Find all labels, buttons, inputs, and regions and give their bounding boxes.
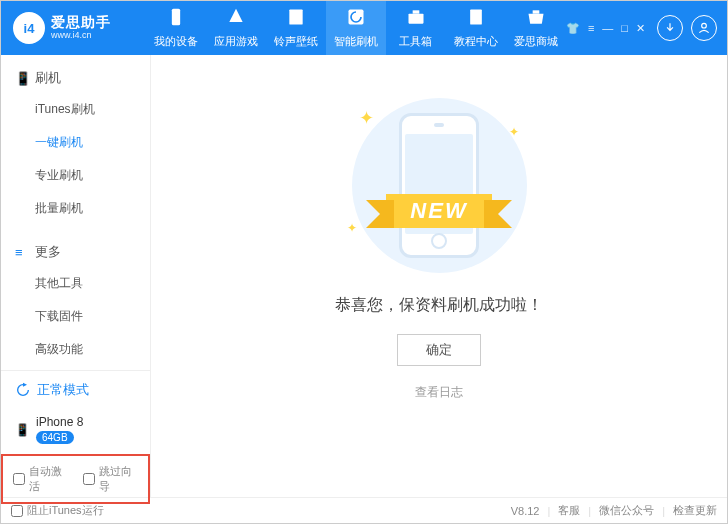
nav-tutorial[interactable]: 教程中心 [446, 1, 506, 55]
status-link-support[interactable]: 客服 [558, 503, 580, 518]
nav-label: 铃声壁纸 [274, 34, 318, 49]
sidebar-header-flash[interactable]: 📱 刷机 [1, 63, 150, 93]
flash-icon [346, 7, 366, 32]
tshirt-icon[interactable]: 👕 [566, 22, 580, 35]
svg-rect-1 [289, 10, 302, 25]
device-icon [166, 7, 186, 32]
phone-icon: 📱 [15, 71, 29, 86]
menu-icon[interactable]: ≡ [588, 22, 594, 35]
phone-icon: 📱 [15, 423, 30, 437]
logo-area: i4 爱思助手 www.i4.cn [1, 12, 146, 44]
sidebar: 📱 刷机 iTunes刷机 一键刷机 专业刷机 批量刷机 ≡ 更多 其他工具 下… [1, 55, 151, 497]
nav-label: 应用游戏 [214, 34, 258, 49]
svg-rect-5 [470, 10, 482, 25]
list-icon: ≡ [15, 245, 29, 260]
nav-label: 教程中心 [454, 34, 498, 49]
refresh-icon [15, 382, 31, 398]
success-illustration: ✦ ✦ ✦ NEW [329, 95, 549, 275]
status-link-update[interactable]: 检查更新 [673, 503, 717, 518]
checkbox-skip-guide[interactable]: 跳过向导 [83, 464, 139, 494]
sidebar-item-batch-flash[interactable]: 批量刷机 [1, 192, 150, 225]
nav-shop[interactable]: 爱思商城 [506, 1, 566, 55]
nav-toolbox[interactable]: 工具箱 [386, 1, 446, 55]
congrats-text: 恭喜您，保资料刷机成功啦！ [335, 295, 543, 316]
mode-row[interactable]: 正常模式 [1, 371, 150, 409]
brand-name: 爱思助手 [51, 15, 111, 30]
nav-label: 爱思商城 [514, 34, 558, 49]
close-button[interactable]: ✕ [636, 22, 645, 35]
svg-rect-0 [172, 9, 180, 26]
device-name: iPhone 8 [36, 415, 83, 429]
checkbox-label: 自动激活 [29, 464, 69, 494]
checkbox-label: 阻止iTunes运行 [27, 503, 104, 518]
svg-point-7 [702, 23, 707, 28]
toolbox-icon [406, 7, 426, 32]
nav-apps[interactable]: 应用游戏 [206, 1, 266, 55]
app-icon [226, 7, 246, 32]
minimize-button[interactable]: — [602, 22, 613, 35]
titlebar: i4 爱思助手 www.i4.cn 我的设备 应用游戏 铃声壁纸 智能刷机 工具… [1, 1, 727, 55]
nav-ringtone[interactable]: 铃声壁纸 [266, 1, 326, 55]
checkbox-block-itunes[interactable]: 阻止iTunes运行 [11, 503, 104, 518]
nav-label: 我的设备 [154, 34, 198, 49]
new-ribbon: NEW [354, 187, 524, 235]
logo-icon: i4 [13, 12, 45, 44]
status-link-wechat[interactable]: 微信公众号 [599, 503, 654, 518]
version-label: V8.12 [511, 505, 540, 517]
svg-rect-4 [413, 10, 420, 13]
highlighted-checks: 自动激活 跳过向导 [1, 454, 150, 504]
sidebar-header-label: 更多 [35, 243, 61, 261]
sidebar-item-pro-flash[interactable]: 专业刷机 [1, 159, 150, 192]
title-right: 👕 ≡ — □ ✕ [566, 15, 727, 41]
svg-rect-3 [408, 14, 423, 24]
nav-my-device[interactable]: 我的设备 [146, 1, 206, 55]
sparkle-icon: ✦ [359, 107, 374, 129]
nav-flash[interactable]: 智能刷机 [326, 1, 386, 55]
sidebar-header-label: 刷机 [35, 69, 61, 87]
sidebar-item-itunes-flash[interactable]: iTunes刷机 [1, 93, 150, 126]
download-button[interactable] [657, 15, 683, 41]
shop-icon [526, 7, 546, 32]
mode-label: 正常模式 [37, 381, 89, 399]
checkbox-label: 跳过向导 [99, 464, 139, 494]
main-content: ✦ ✦ ✦ NEW 恭喜您，保资料刷机成功啦！ 确定 查看日志 [151, 55, 727, 497]
ok-button[interactable]: 确定 [397, 334, 481, 366]
sidebar-header-more[interactable]: ≡ 更多 [1, 237, 150, 267]
device-storage-badge: 64GB [36, 431, 74, 444]
top-nav: 我的设备 应用游戏 铃声壁纸 智能刷机 工具箱 教程中心 爱思商城 [146, 1, 566, 55]
music-icon [286, 7, 306, 32]
brand-url: www.i4.cn [51, 31, 111, 41]
book-icon [466, 7, 486, 32]
sidebar-item-download-firmware[interactable]: 下载固件 [1, 300, 150, 333]
sidebar-item-oneclick-flash[interactable]: 一键刷机 [1, 126, 150, 159]
user-button[interactable] [691, 15, 717, 41]
view-log-link[interactable]: 查看日志 [415, 384, 463, 401]
checkbox-auto-activate[interactable]: 自动激活 [13, 464, 69, 494]
sidebar-item-advanced[interactable]: 高级功能 [1, 333, 150, 366]
svg-rect-6 [533, 10, 540, 13]
device-row[interactable]: 📱 iPhone 8 64GB [1, 409, 150, 454]
nav-label: 智能刷机 [334, 34, 378, 49]
maximize-button[interactable]: □ [621, 22, 628, 35]
nav-label: 工具箱 [399, 34, 432, 49]
phone-graphic [399, 113, 479, 258]
sidebar-item-other-tools[interactable]: 其他工具 [1, 267, 150, 300]
sparkle-icon: ✦ [509, 125, 519, 139]
